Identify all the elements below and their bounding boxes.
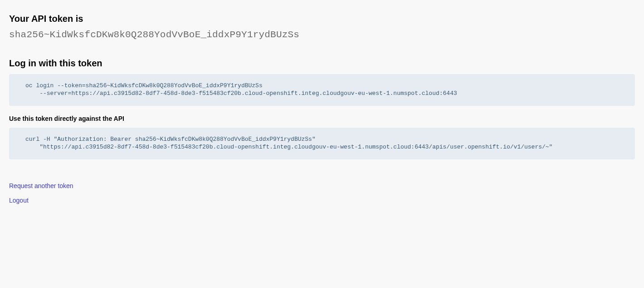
token-label-heading: Your API token is [9,14,635,24]
token-value: sha256~KidWksfcDKw8k0Q288YodVvBoE_iddxP9… [9,30,635,40]
login-command-block: oc login --token=sha256~KidWksfcDKw8k0Q2… [9,74,635,106]
logout-link[interactable]: Logout [9,197,635,204]
request-another-token-link[interactable]: Request another token [9,182,635,189]
curl-command-block: curl -H "Authorization: Bearer sha256~Ki… [9,128,635,159]
login-heading: Log in with this token [9,58,635,69]
links-section: Request another token Logout [9,182,635,204]
api-heading: Use this token directly against the API [9,115,635,122]
